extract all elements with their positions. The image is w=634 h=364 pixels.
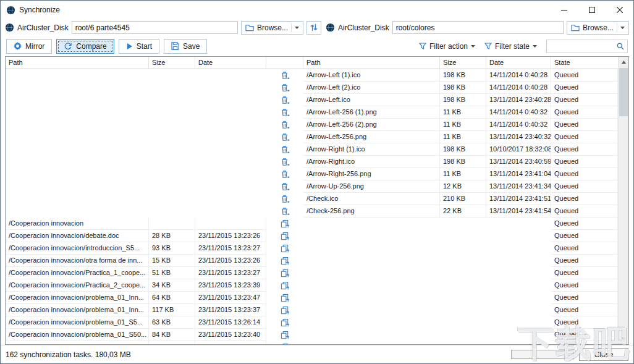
upload-action-icon[interactable] <box>281 343 290 345</box>
right-size-cell <box>440 292 486 304</box>
table-row[interactable]: /Arrow-Left-256 (1).png11 KB14/11/2014 0… <box>6 106 618 119</box>
synchronize-window: Synchronize AirCluster_Disk <box>0 0 634 364</box>
action-cell <box>266 255 303 267</box>
column-header-size-left[interactable]: Size <box>149 57 195 69</box>
toolbar: Mirror Compare Start Save Filter action <box>1 36 633 56</box>
table-row[interactable]: /Cooperacion innovacion/debate.doc28 KB2… <box>6 230 618 242</box>
vertical-scrollbar[interactable] <box>618 57 628 344</box>
table-row[interactable]: /Cooperacion innovacionQueued <box>6 218 618 230</box>
upload-action-icon[interactable] <box>281 281 290 290</box>
action-cell <box>266 119 303 131</box>
right-size-cell <box>440 255 486 267</box>
left-path-cell <box>6 131 149 143</box>
column-header-date-right[interactable]: Date <box>486 57 551 69</box>
table-row[interactable]: /Arrow-Left-256 (2).png11 KB14/11/2014 0… <box>6 119 618 131</box>
column-header-date-left[interactable]: Date <box>195 57 266 69</box>
start-button[interactable]: Start <box>119 39 159 54</box>
delete-action-icon[interactable] <box>281 83 290 93</box>
scroll-down-arrow[interactable] <box>619 334 628 344</box>
upload-action-icon[interactable] <box>281 294 290 303</box>
column-header-size-right[interactable]: Size <box>440 57 486 69</box>
search-box <box>546 40 628 53</box>
delete-action-icon[interactable] <box>281 170 290 179</box>
table-row[interactable]: /Arrow-Right (1).ico198 KB10/10/2017 18:… <box>6 143 618 156</box>
action-cell <box>266 218 303 230</box>
table-row[interactable]: /Cooperacion innovacion/problema_01_S5..… <box>6 316 618 329</box>
mirror-button[interactable]: Mirror <box>6 39 52 54</box>
right-date-cell: 10/10/2017 18:32:08 <box>486 143 551 156</box>
delete-action-icon[interactable] <box>281 195 290 204</box>
search-input[interactable] <box>550 42 617 51</box>
table-row[interactable]: /Check.ico210 KB13/11/2014 23:41:51Queue… <box>6 193 618 205</box>
scroll-thumb[interactable] <box>619 68 628 116</box>
delete-action-icon[interactable] <box>281 96 290 105</box>
minimize-button[interactable] <box>550 1 578 19</box>
table-row[interactable]: /Arrow-Right.ico198 KB13/11/2014 23:40:5… <box>6 156 618 168</box>
column-header-path-left[interactable]: Path <box>6 57 149 69</box>
search-icon[interactable] <box>617 43 624 50</box>
right-date-cell <box>486 292 551 304</box>
table-row[interactable]: /Arrow-Left (1).ico198 KB14/11/2014 0:40… <box>6 69 618 82</box>
upload-action-icon[interactable] <box>281 318 290 328</box>
right-date-cell: 13/11/2014 23:41:04 <box>486 168 551 180</box>
table-row[interactable] <box>6 341 618 344</box>
table-row[interactable]: /Arrow-Left.ico198 KB13/11/2014 23:40:28… <box>6 94 618 106</box>
filter-state-dropdown[interactable]: Filter state <box>484 42 537 51</box>
right-path-cell <box>303 218 440 230</box>
left-path-cell <box>6 69 149 82</box>
delete-action-icon[interactable] <box>281 133 290 142</box>
upload-action-icon[interactable] <box>281 256 290 266</box>
swap-arrows-icon <box>310 23 318 32</box>
column-header-state[interactable]: State <box>551 57 618 69</box>
table-row[interactable]: /Arrow-Right-256.png11 KB13/11/2014 23:4… <box>6 168 618 180</box>
upload-action-icon[interactable] <box>281 219 290 229</box>
delete-action-icon[interactable] <box>281 207 290 216</box>
table-row[interactable]: /Cooperacion innovacion/Practica_1_coope… <box>6 267 618 279</box>
caret-down-icon <box>617 23 625 32</box>
right-size-cell: 11 KB <box>440 131 486 143</box>
table-row[interactable]: /Cooperacion innovacion/introduccion_S5.… <box>6 242 618 255</box>
upload-action-icon[interactable] <box>281 244 290 253</box>
status-summary: 162 synchronization tasks. 180,03 MB <box>6 350 131 359</box>
upload-action-icon[interactable] <box>281 232 290 241</box>
upload-action-icon[interactable] <box>281 331 290 340</box>
delete-action-icon[interactable] <box>281 182 290 192</box>
save-button[interactable]: Save <box>164 39 207 54</box>
table-row[interactable]: /Cooperacion innovacion/Practica_2_coope… <box>6 279 618 292</box>
right-path-cell <box>303 316 440 329</box>
swap-direction-button[interactable] <box>306 21 321 35</box>
table-row[interactable]: /Arrow-Left-256.png11 KB13/11/2014 23:40… <box>6 131 618 143</box>
compare-button[interactable]: Compare <box>56 39 114 54</box>
left-size-cell <box>149 168 195 180</box>
left-path-cell: /Cooperacion innovacion/introduccion_S5.… <box>6 242 149 255</box>
filter-action-dropdown[interactable]: Filter action <box>419 42 475 51</box>
upload-action-icon[interactable] <box>281 269 290 278</box>
left-path-input[interactable] <box>72 21 238 34</box>
table-row[interactable]: /Cooperacion innovacion/problema_01_S50.… <box>6 329 618 341</box>
upload-action-icon[interactable] <box>281 306 290 315</box>
table-row[interactable]: /Cooperacion innovacion/problema_01_Inn.… <box>6 304 618 316</box>
scroll-up-arrow[interactable] <box>619 57 628 67</box>
table-row[interactable]: /Cooperacion innovacion/problema_01_Inn.… <box>6 292 618 304</box>
table-row[interactable]: /Arrow-Left (2).ico198 KB14/11/2014 0:40… <box>6 82 618 94</box>
delete-action-icon[interactable] <box>281 108 290 117</box>
right-size-cell <box>440 341 486 344</box>
delete-action-icon[interactable] <box>281 145 290 154</box>
state-cell: Queued <box>551 119 618 131</box>
delete-action-icon[interactable] <box>281 121 290 130</box>
table-row[interactable]: /Check-256.png22 KB13/11/2014 23:41:54Qu… <box>6 205 618 218</box>
left-date-cell <box>195 131 266 143</box>
left-browse-button[interactable]: Browse... <box>241 21 303 35</box>
delete-action-icon[interactable] <box>281 158 290 167</box>
table-row[interactable]: /Arrow-Up-256.png12 KB13/11/2014 23:41:3… <box>6 180 618 193</box>
right-date-cell: 13/11/2014 23:41:34 <box>486 180 551 193</box>
right-browse-button[interactable]: Browse... <box>567 21 629 35</box>
right-path-input[interactable] <box>392 21 564 34</box>
maximize-button[interactable] <box>578 1 606 19</box>
left-path-cell <box>6 341 149 344</box>
close-dialog-button[interactable]: Close <box>579 348 628 361</box>
delete-action-icon[interactable] <box>281 71 290 80</box>
close-button[interactable] <box>606 1 633 19</box>
table-row[interactable]: /Cooperacion innovacion/otra forma de in… <box>6 255 618 267</box>
column-header-path-right[interactable]: Path <box>303 57 440 69</box>
